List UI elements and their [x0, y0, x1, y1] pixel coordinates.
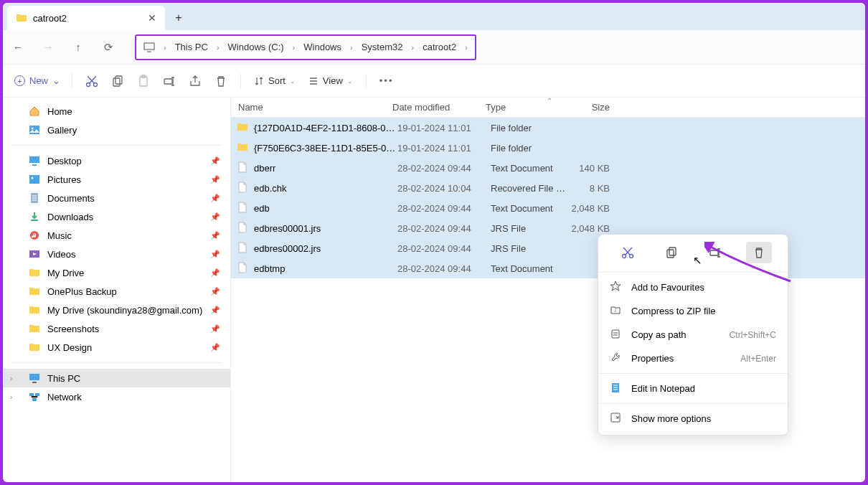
ctx-delete-button[interactable] — [746, 242, 772, 263]
svg-point-2 — [94, 83, 98, 86]
sidebar-item[interactable]: UX Design📌 — [3, 338, 230, 357]
more-icon[interactable]: ••• — [379, 75, 394, 86]
sidebar-item[interactable]: Music📌 — [3, 226, 230, 245]
sidebar-item-label: Downloads — [47, 212, 93, 222]
chevron-right-icon: › — [293, 43, 296, 52]
ctx-item[interactable]: PropertiesAlt+Enter — [598, 347, 788, 370]
cut-icon[interactable] — [85, 75, 98, 88]
svg-rect-10 — [29, 156, 39, 163]
ctx-item[interactable]: Copy as pathCtrl+Shift+C — [598, 323, 788, 347]
ctx-cut-button[interactable] — [615, 242, 641, 263]
chevron-right-icon: › — [164, 43, 166, 52]
pc-icon — [143, 42, 155, 52]
file-date: 28-02-2024 09:44 — [397, 163, 491, 174]
ctx-item-label: Compress to ZIP file — [631, 306, 716, 316]
ctx-item[interactable]: Show more options — [598, 407, 788, 430]
file-type: Text Document — [491, 263, 568, 274]
ctx-item[interactable]: Compress to ZIP file — [598, 299, 788, 323]
sort-icon — [254, 76, 264, 86]
up-button[interactable]: ↑ — [72, 41, 85, 54]
sidebar-item[interactable]: Documents📌 — [3, 189, 230, 207]
column-header[interactable]: ⌃ Name Date modified Type Size — [231, 98, 865, 118]
chevron-right-icon[interactable]: › — [10, 393, 12, 401]
table-row[interactable]: {127D0A1D-4EF2-11D1-8608-00C04FC295…19-0… — [231, 118, 865, 138]
sidebar-item[interactable]: Screenshots📌 — [3, 319, 230, 338]
toolbar: + New ⌄ Sort ⌄ View ⌄ ••• — [3, 65, 865, 98]
folder-icon — [237, 141, 250, 155]
sidebar-item[interactable]: Videos📌 — [3, 245, 230, 263]
file-size: 140 KB — [568, 163, 610, 174]
file-date: 19-01-2024 11:01 — [397, 123, 491, 133]
delete-icon[interactable] — [214, 75, 227, 88]
sidebar-item[interactable]: Desktop📌 — [3, 151, 230, 170]
star-icon — [610, 281, 621, 294]
svg-rect-19 — [32, 398, 37, 401]
ctx-rename-button[interactable] — [702, 242, 728, 263]
sidebar-item[interactable]: OnePlus Backup📌 — [3, 282, 230, 301]
sort-caret-icon: ⌃ — [547, 98, 552, 105]
sidebar-item[interactable]: Pictures📌 — [3, 170, 230, 189]
back-button[interactable]: ← — [11, 41, 24, 54]
sidebar-item-label: This PC — [47, 373, 80, 384]
file-date: 28-02-2024 09:44 — [397, 203, 491, 214]
col-date[interactable]: Date modified — [392, 102, 486, 113]
sidebar-item-label: UX Design — [47, 342, 92, 353]
table-row[interactable]: edb28-02-2024 09:44Text Document2,048 KB — [231, 198, 865, 218]
breadcrumb-item[interactable]: Windows — [303, 42, 341, 52]
col-size[interactable]: Size — [563, 102, 610, 113]
notepad-icon — [610, 382, 621, 395]
sidebar-item[interactable]: ›Network — [3, 387, 230, 406]
sidebar-item-label: Documents — [47, 193, 95, 204]
copypath-icon — [610, 328, 621, 342]
pin-icon: 📌 — [210, 287, 220, 296]
file-name: edb.chk — [254, 183, 397, 194]
refresh-button[interactable]: ⟳ — [102, 41, 115, 54]
sidebar-item[interactable]: Downloads📌 — [3, 207, 230, 226]
new-tab-button[interactable]: + — [168, 7, 189, 29]
file-type: File folder — [491, 123, 568, 133]
breadcrumb-item[interactable]: catroot2 — [423, 42, 456, 52]
svg-rect-7 — [164, 79, 172, 84]
sort-label: Sort — [268, 75, 286, 86]
new-button[interactable]: + New ⌄ — [14, 72, 72, 90]
sidebar-item[interactable]: My Drive (skoundinya28@gmail.com)📌 — [3, 301, 230, 319]
file-type: Text Document — [491, 203, 568, 214]
tab-active[interactable]: catroot2 ✕ — [7, 6, 165, 30]
close-tab-icon[interactable]: ✕ — [148, 12, 156, 24]
svg-rect-17 — [29, 393, 34, 396]
sidebar-item[interactable]: My Drive📌 — [3, 263, 230, 282]
breadcrumb[interactable]: › This PC › Windows (C:) › Windows › Sys… — [135, 34, 476, 60]
sidebar-item[interactable]: Gallery — [3, 121, 230, 139]
sort-button[interactable]: Sort ⌄ — [254, 75, 296, 86]
file-type: File folder — [491, 143, 568, 154]
table-row[interactable]: edb.chk28-02-2024 10:04Recovered File Fr… — [231, 178, 865, 198]
share-icon[interactable] — [189, 75, 202, 88]
file-icon — [237, 182, 250, 195]
breadcrumb-item[interactable]: This PC — [175, 42, 208, 52]
breadcrumb-item[interactable]: Windows (C:) — [228, 42, 284, 52]
chevron-right-icon[interactable]: › — [10, 375, 12, 382]
sidebar-item[interactable]: ›This PC — [3, 369, 230, 387]
svg-rect-24 — [710, 250, 718, 255]
ctx-copy-button[interactable] — [659, 242, 684, 263]
sidebar-item-label: Home — [47, 106, 72, 117]
breadcrumb-item[interactable]: System32 — [362, 42, 403, 52]
forward-button[interactable]: → — [42, 41, 55, 54]
ctx-item[interactable]: Edit in Notepad — [598, 377, 788, 400]
view-button[interactable]: View ⌄ — [308, 75, 353, 86]
wrench-icon — [610, 352, 621, 365]
table-row[interactable]: {F750E6C3-38EE-11D1-85E5-00C04FC295…19-0… — [231, 138, 865, 158]
shortcut-label: Ctrl+Shift+C — [730, 330, 776, 340]
file-name: edbres00001.jrs — [254, 223, 397, 234]
table-row[interactable]: dberr28-02-2024 09:44Text Document140 KB — [231, 158, 865, 178]
rename-icon[interactable] — [163, 75, 176, 88]
ctx-item[interactable]: Add to Favourites — [598, 276, 788, 299]
pin-icon: 📌 — [210, 268, 220, 278]
copy-icon[interactable] — [111, 75, 124, 88]
paste-icon[interactable] — [137, 75, 150, 88]
file-date: 28-02-2024 10:04 — [397, 183, 491, 194]
sidebar-item[interactable]: Home — [3, 102, 230, 121]
file-name: dberr — [254, 163, 397, 174]
col-name[interactable]: Name — [231, 102, 392, 113]
file-icon — [237, 242, 250, 255]
